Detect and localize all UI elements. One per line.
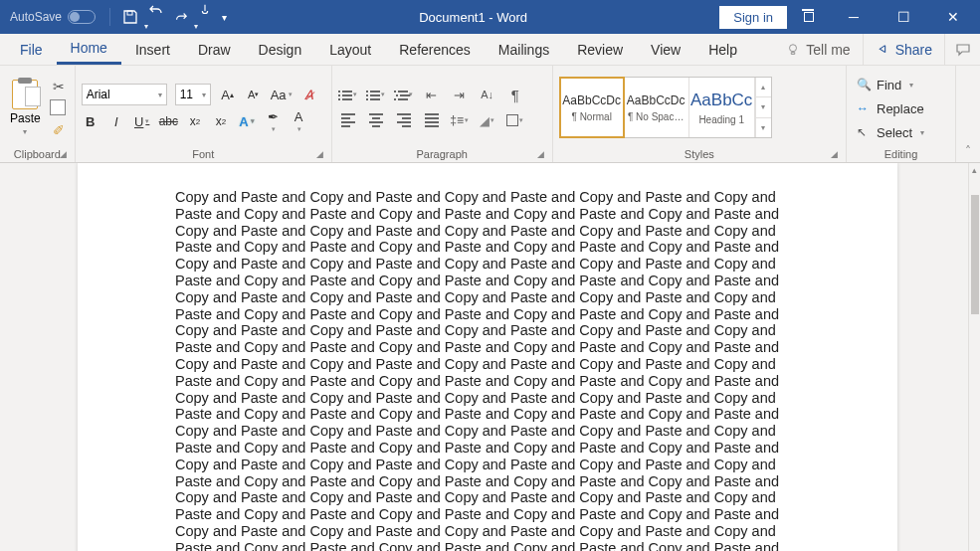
tab-file[interactable]: File [6, 34, 57, 65]
collapse-ribbon-button[interactable]: ˄ [956, 66, 980, 162]
tab-home[interactable]: Home [57, 34, 121, 65]
superscript-button[interactable]: x2 [212, 111, 230, 131]
signin-button[interactable]: Sign in [719, 6, 787, 29]
tab-mailings[interactable]: Mailings [485, 34, 563, 65]
paste-button[interactable]: Paste ▾ [6, 80, 45, 136]
paste-icon [12, 80, 38, 109]
touch-mode-button[interactable]: ▾ [198, 2, 212, 32]
text-effects-button[interactable]: A [238, 111, 256, 131]
decrease-indent-button[interactable]: ⇤ [422, 85, 442, 104]
font-size-select[interactable]: 11▾ [175, 84, 211, 105]
styles-scroll-down[interactable]: ▾ [756, 97, 771, 117]
group-paragraph: ⇤ ⇥ A↓ ¶ ‡≡ ◢ Paragraph◢ [332, 66, 553, 162]
tab-references[interactable]: References [385, 34, 485, 65]
styles-scroll-up[interactable]: ▴ [756, 78, 771, 97]
tab-view[interactable]: View [637, 34, 694, 65]
document-page[interactable]: Copy and Paste and Copy and Paste and Co… [78, 163, 897, 551]
align-center-button[interactable] [366, 110, 386, 130]
select-button[interactable]: ↖ Select ▾ [853, 122, 928, 142]
bold-button[interactable]: B [82, 111, 99, 131]
clear-formatting-button[interactable]: A̷ [300, 85, 318, 104]
lightbulb-icon [786, 43, 800, 57]
highlight-button[interactable]: ✒ [264, 111, 282, 131]
tab-help[interactable]: Help [694, 34, 751, 65]
minimize-button[interactable]: ─ [831, 0, 877, 34]
group-font: Arial▾ 11▾ A▴ A▾ Aa A̷ B I U abc x2 x2 A… [76, 66, 332, 162]
font-color-button[interactable]: A [290, 111, 307, 131]
numbering-button[interactable] [366, 85, 386, 104]
justify-button[interactable] [422, 110, 442, 130]
style-no-spacing[interactable]: AaBbCcDc ¶ No Spac… [624, 78, 689, 137]
multilevel-list-button[interactable] [394, 85, 414, 104]
tab-review[interactable]: Review [563, 34, 637, 65]
scroll-up-button[interactable]: ▴ [969, 163, 980, 177]
ribbon-display-options[interactable] [791, 0, 827, 34]
italic-button[interactable]: I [107, 111, 125, 131]
undo-button[interactable]: ▾ [148, 2, 164, 32]
strikethrough-button[interactable]: abc [159, 111, 178, 131]
sort-button[interactable]: A↓ [478, 85, 497, 104]
search-icon: 🔍 [857, 78, 871, 92]
font-name-select[interactable]: Arial▾ [82, 84, 167, 105]
tell-me-search[interactable]: Tell me [774, 42, 862, 58]
font-launcher[interactable]: ◢ [316, 149, 323, 159]
line-spacing-button[interactable]: ‡≡ [450, 110, 470, 130]
document-body-text[interactable]: Copy and Paste and Copy and Paste and Co… [175, 189, 800, 551]
style-heading1[interactable]: AaBbCc Heading 1 [689, 78, 755, 137]
show-marks-button[interactable]: ¶ [505, 85, 525, 104]
change-case-button[interactable]: Aa [271, 85, 293, 104]
bullets-button[interactable] [338, 85, 358, 104]
paragraph-launcher[interactable]: ◢ [537, 149, 544, 159]
highlighter-icon: ✒ [268, 109, 279, 124]
vertical-scrollbar[interactable]: ▴ [968, 163, 980, 551]
align-left-button[interactable] [338, 110, 358, 130]
underline-button[interactable]: U [133, 111, 151, 131]
subscript-button[interactable]: x2 [186, 111, 204, 131]
find-button[interactable]: 🔍 Find ▾ [853, 75, 928, 94]
bullets-icon [338, 89, 352, 100]
numbering-icon [366, 89, 380, 100]
replace-button[interactable]: ↔ Replace [853, 98, 928, 118]
line-spacing-icon: ‡≡ [450, 113, 464, 127]
close-button[interactable]: ✕ [930, 0, 976, 34]
group-editing: 🔍 Find ▾ ↔ Replace ↖ Select ▾ Editing [847, 66, 956, 162]
copy-button[interactable] [49, 99, 69, 117]
shrink-font-button[interactable]: A▾ [245, 85, 263, 104]
increase-indent-button[interactable]: ⇥ [450, 85, 470, 104]
brush-icon: ✐ [53, 122, 65, 138]
styles-expand[interactable]: ▾ [756, 118, 771, 137]
grow-font-button[interactable]: A▴ [219, 85, 237, 104]
ribbon: Paste ▾ ✂ ✐ Clipboard◢ Arial▾ 11▾ A▴ A▾ … [0, 66, 980, 163]
cursor-icon: ↖ [857, 125, 871, 139]
group-label-font: Font [192, 148, 214, 160]
tab-insert[interactable]: Insert [121, 34, 184, 65]
font-color-icon: A [294, 109, 303, 124]
cut-button[interactable]: ✂ [49, 78, 69, 95]
align-center-icon [369, 111, 383, 129]
redo-button[interactable] [174, 10, 188, 24]
clipboard-launcher[interactable]: ◢ [60, 149, 67, 159]
title-bar: AutoSave ▾ ▾ ▾ Document1 - Word Sign in … [0, 0, 980, 34]
format-painter-button[interactable]: ✐ [49, 121, 69, 139]
toggle-off-icon [68, 10, 96, 24]
align-right-button[interactable] [394, 110, 414, 130]
align-left-icon [341, 111, 355, 129]
tab-layout[interactable]: Layout [315, 34, 385, 65]
scroll-thumb[interactable] [971, 195, 979, 314]
tab-draw[interactable]: Draw [184, 34, 245, 65]
style-normal[interactable]: AaBbCcDc ¶ Normal [559, 77, 625, 138]
shading-button[interactable]: ◢ [478, 110, 497, 130]
save-icon[interactable] [122, 9, 138, 25]
share-button[interactable]: Share [863, 34, 944, 65]
document-area: Copy and Paste and Copy and Paste and Co… [0, 163, 980, 551]
borders-button[interactable] [505, 110, 525, 130]
styles-gallery: AaBbCcDc ¶ Normal AaBbCcDc ¶ No Spac… Aa… [559, 77, 772, 138]
paste-label: Paste [10, 111, 41, 125]
styles-launcher[interactable]: ◢ [831, 149, 838, 159]
comments-button[interactable] [944, 34, 980, 65]
ribbon-options-icon [804, 12, 814, 22]
group-label-paragraph: Paragraph [417, 148, 468, 160]
autosave-toggle[interactable]: AutoSave [10, 10, 96, 24]
maximize-button[interactable]: ☐ [881, 0, 926, 34]
tab-design[interactable]: Design [245, 34, 316, 65]
